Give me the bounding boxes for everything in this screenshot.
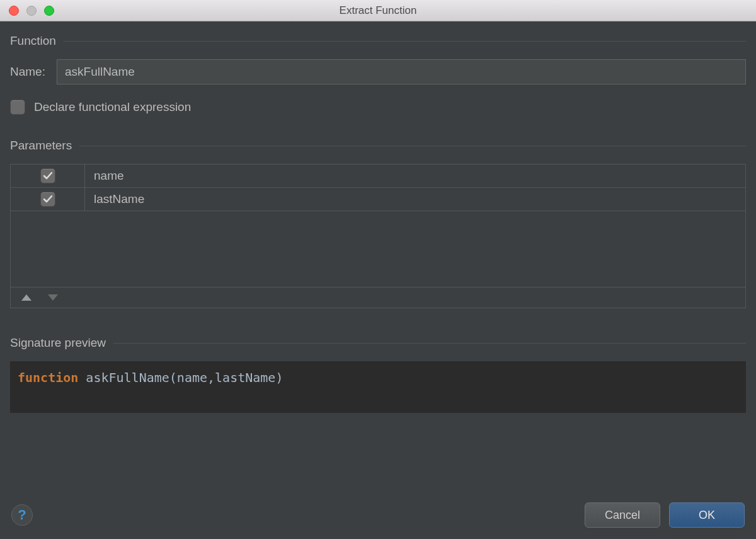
cancel-button-label: Cancel: [605, 509, 640, 522]
triangle-up-icon: [21, 294, 32, 301]
ok-button-label: OK: [699, 509, 715, 522]
parameters-section-header: Parameters: [10, 139, 746, 153]
titlebar: Extract Function: [0, 0, 756, 21]
move-down-button[interactable]: [47, 294, 59, 301]
table-row[interactable]: name: [11, 165, 745, 188]
function-name-input[interactable]: [57, 59, 746, 84]
divider: [113, 343, 746, 344]
declare-expression-row: Declare functional expression: [10, 100, 746, 115]
check-icon: [43, 171, 53, 181]
parameter-checkbox[interactable]: [40, 168, 55, 183]
name-label: Name:: [10, 65, 45, 79]
signature-preview: function askFullName(name,lastName): [10, 361, 746, 413]
help-icon: ?: [18, 507, 26, 523]
table-footer: [11, 287, 745, 308]
check-icon: [43, 194, 53, 204]
table-row[interactable]: lastName: [11, 188, 745, 211]
table-empty-area: [11, 211, 745, 287]
move-up-button[interactable]: [21, 294, 32, 301]
triangle-down-icon: [47, 294, 59, 301]
ok-button[interactable]: OK: [669, 502, 745, 528]
divider: [64, 41, 746, 42]
declare-expression-label: Declare functional expression: [34, 100, 191, 114]
parameter-name: lastName: [85, 188, 745, 210]
divider: [79, 146, 746, 146]
declare-expression-checkbox[interactable]: [10, 100, 25, 115]
parameter-name: name: [85, 165, 745, 187]
help-button[interactable]: ?: [11, 504, 33, 526]
function-section-header: Function: [10, 34, 746, 48]
function-heading: Function: [10, 34, 56, 48]
signature-text: askFullName(name,lastName): [78, 370, 283, 385]
dialog-content: Function Name: Declare functional expres…: [0, 21, 756, 467]
parameters-table: name lastName: [10, 164, 746, 308]
signature-section-header: Signature preview: [10, 336, 746, 350]
window-title: Extract Function: [0, 4, 756, 17]
dialog-button-bar: ? Cancel OK: [0, 492, 756, 539]
parameters-heading: Parameters: [10, 139, 72, 153]
signature-heading: Signature preview: [10, 336, 106, 350]
cancel-button[interactable]: Cancel: [585, 502, 660, 528]
signature-keyword: function: [18, 370, 78, 385]
parameter-checkbox[interactable]: [40, 192, 55, 207]
name-row: Name:: [10, 59, 746, 84]
